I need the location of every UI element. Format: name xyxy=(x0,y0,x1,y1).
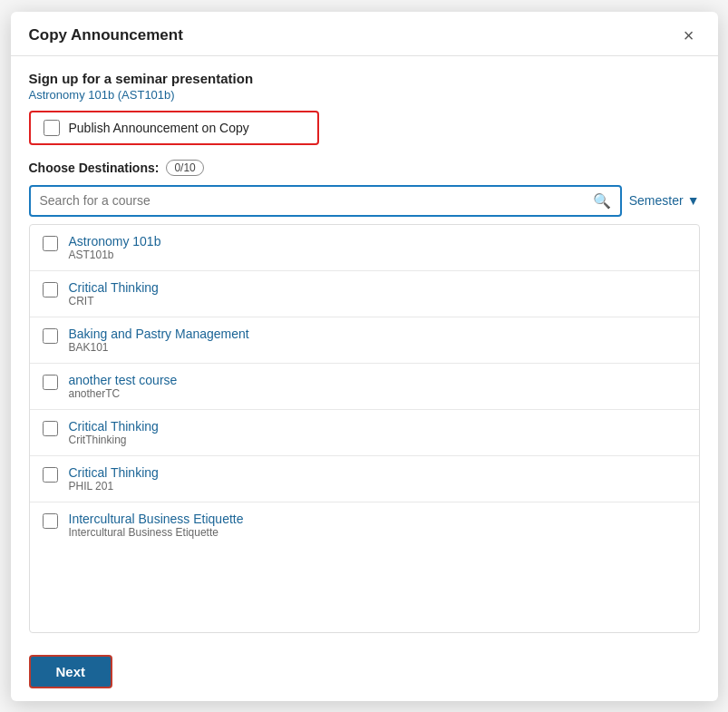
course-code: BAK101 xyxy=(69,341,249,354)
next-button[interactable]: Next xyxy=(29,655,113,688)
course-info: Critical Thinking CritThinking xyxy=(69,419,159,446)
course-code: PHIL 201 xyxy=(69,480,159,493)
course-code: AST101b xyxy=(69,249,161,261)
list-item: Critical Thinking PHIL 201 xyxy=(30,456,699,502)
course-name[interactable]: Intercultural Business Etiquette xyxy=(69,512,244,526)
publish-announcement-checkbox[interactable] xyxy=(44,120,60,136)
course-checkbox[interactable] xyxy=(43,328,58,344)
list-item: Critical Thinking CRIT xyxy=(30,271,699,317)
modal-header: Copy Announcement × xyxy=(11,12,718,56)
modal-footer: Next xyxy=(11,642,718,701)
list-item: Baking and Pastry Management BAK101 xyxy=(30,317,699,364)
announcement-title: Sign up for a seminar presentation xyxy=(29,71,700,86)
modal-title: Copy Announcement xyxy=(29,26,183,44)
course-code: Intercultural Business Etiquette xyxy=(69,526,244,539)
course-info: Critical Thinking CRIT xyxy=(69,280,159,307)
search-input[interactable] xyxy=(40,193,593,208)
choose-destinations-label: Choose Destinations: xyxy=(29,161,160,175)
search-icon: 🔍 xyxy=(593,192,611,210)
course-info: Baking and Pastry Management BAK101 xyxy=(69,327,249,354)
copy-announcement-modal: Copy Announcement × Sign up for a semina… xyxy=(11,12,718,701)
course-name[interactable]: Critical Thinking xyxy=(69,280,159,295)
chevron-down-icon: ▼ xyxy=(687,193,700,208)
course-name[interactable]: Critical Thinking xyxy=(69,419,159,434)
destinations-count-badge: 0/10 xyxy=(166,160,203,176)
search-box: 🔍 xyxy=(29,185,622,217)
course-checkbox[interactable] xyxy=(43,236,58,251)
course-info: Critical Thinking PHIL 201 xyxy=(69,465,159,493)
course-name[interactable]: Astronomy 101b xyxy=(69,234,161,249)
publish-announcement-label[interactable]: Publish Announcement on Copy xyxy=(69,121,249,135)
search-row: 🔍 Semester ▼ xyxy=(29,185,700,217)
course-name[interactable]: Baking and Pastry Management xyxy=(69,327,249,341)
announcement-source: Astronomy 101b (AST101b) xyxy=(29,88,700,102)
course-checkbox[interactable] xyxy=(43,513,58,529)
publish-announcement-row: Publish Announcement on Copy xyxy=(29,111,319,145)
modal-body: Sign up for a seminar presentation Astro… xyxy=(11,56,718,642)
course-checkbox[interactable] xyxy=(43,282,58,297)
course-checkbox[interactable] xyxy=(43,421,58,436)
course-code: CritThinking xyxy=(69,434,159,446)
choose-destinations-row: Choose Destinations: 0/10 xyxy=(29,160,700,176)
semester-label: Semester xyxy=(629,193,684,208)
course-checkbox[interactable] xyxy=(43,375,58,390)
course-code: anotherTC xyxy=(69,387,178,400)
close-button[interactable]: × xyxy=(678,24,700,46)
course-list: Astronomy 101b AST101b Critical Thinking… xyxy=(29,224,700,633)
course-name[interactable]: another test course xyxy=(69,373,178,387)
course-code: CRIT xyxy=(69,295,159,307)
semester-dropdown-button[interactable]: Semester ▼ xyxy=(629,193,700,208)
list-item: Intercultural Business Etiquette Intercu… xyxy=(30,502,699,548)
course-info: another test course anotherTC xyxy=(69,373,178,400)
list-item: Critical Thinking CritThinking xyxy=(30,410,699,456)
course-checkbox[interactable] xyxy=(43,467,58,483)
list-item: another test course anotherTC xyxy=(30,364,699,410)
course-info: Intercultural Business Etiquette Intercu… xyxy=(69,512,244,539)
list-item: Astronomy 101b AST101b xyxy=(30,225,699,271)
course-info: Astronomy 101b AST101b xyxy=(69,234,161,261)
course-name[interactable]: Critical Thinking xyxy=(69,465,159,480)
